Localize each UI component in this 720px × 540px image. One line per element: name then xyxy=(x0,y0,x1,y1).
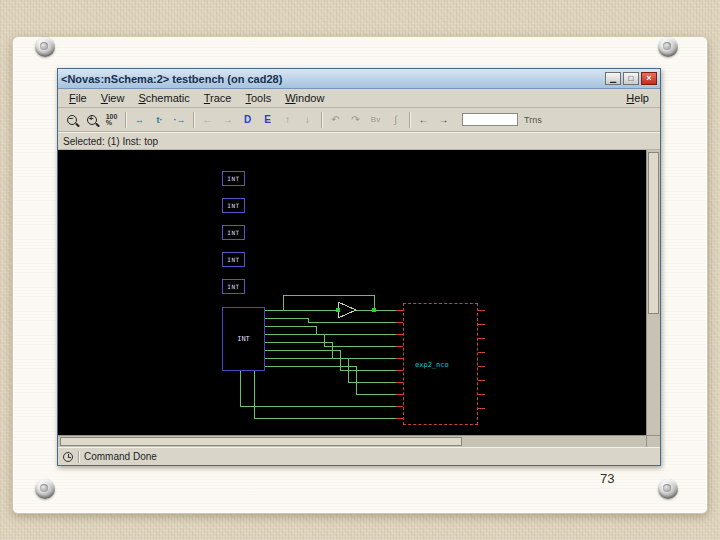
toolbar-separator xyxy=(125,112,126,128)
schematic-wires xyxy=(58,150,646,435)
module-label: exp2_nco xyxy=(415,361,449,369)
screw-decoration xyxy=(35,479,55,499)
move-down-icon[interactable]: ↓ xyxy=(298,111,317,129)
schematic-forward-icon[interactable]: → xyxy=(218,111,237,129)
toolbar-separator xyxy=(321,112,322,128)
instance-box-small[interactable]: INT xyxy=(222,252,245,267)
canvas-row: INT INT INT INT INT INT exp2_nco xyxy=(58,150,660,435)
horizontal-scrollbar-thumb[interactable] xyxy=(60,437,462,446)
selection-status-text: Selected: (1) Inst: top xyxy=(63,136,158,147)
page-number: 73 xyxy=(600,471,614,486)
statusbar-separator xyxy=(78,451,79,463)
menu-trace[interactable]: Trace xyxy=(197,91,239,105)
move-up-icon[interactable]: ↑ xyxy=(278,111,297,129)
menu-bar: File View Schematic Trace Tools Window H… xyxy=(58,89,660,108)
menu-schematic[interactable]: Schematic xyxy=(131,91,196,105)
minimize-button[interactable]: ▁ xyxy=(605,72,621,85)
close-button[interactable]: × xyxy=(641,72,657,85)
module-box-exp2-nco[interactable]: exp2_nco xyxy=(403,303,478,425)
schematic-canvas[interactable]: INT INT INT INT INT INT exp2_nco xyxy=(58,150,646,435)
nschema-window: <Novas:nSchema:2> testbench (on cad28) ▁… xyxy=(57,68,661,466)
status-bar-text: Command Done xyxy=(84,451,157,462)
trace-time-icon[interactable]: t· xyxy=(150,111,169,129)
title-bar[interactable]: <Novas:nSchema:2> testbench (on cad28) ▁… xyxy=(58,69,660,89)
scrollbar-corner xyxy=(646,435,660,447)
menu-view[interactable]: View xyxy=(94,91,132,105)
menu-tools[interactable]: Tools xyxy=(239,91,279,105)
selection-status-row: Selected: (1) Inst: top xyxy=(58,132,660,150)
window-title: <Novas:nSchema:2> testbench (on cad28) xyxy=(61,73,603,85)
menu-file[interactable]: File xyxy=(62,91,94,105)
menu-window[interactable]: Window xyxy=(278,91,331,105)
zoom-unit: % xyxy=(106,120,112,126)
module-pins-left xyxy=(396,310,403,418)
find-input[interactable] xyxy=(462,113,518,126)
vertical-scrollbar[interactable] xyxy=(646,150,660,435)
instance-box-small[interactable]: INT xyxy=(222,198,245,213)
toolbar: − + 100 % ↔ t· ·→ ← → D E ↑ ↓ ↶ ↷ Bv ∫ ←… xyxy=(58,108,660,132)
zoom-out-icon[interactable]: − xyxy=(62,111,81,129)
status-bar: Command Done xyxy=(58,447,660,465)
bus-view-icon[interactable]: Bv xyxy=(366,111,385,129)
zoom-fit-icon[interactable]: 100 % xyxy=(102,111,121,129)
screw-decoration xyxy=(658,37,678,57)
hscroll-row xyxy=(58,435,660,447)
zoom-in-icon[interactable]: + xyxy=(82,111,101,129)
prev-page-icon[interactable]: ← xyxy=(414,111,433,129)
instance-box-small[interactable]: INT xyxy=(222,171,245,186)
instance-box-small[interactable]: INT xyxy=(222,225,245,240)
next-page-icon[interactable]: → xyxy=(434,111,453,129)
show-load-icon[interactable]: E xyxy=(258,111,277,129)
show-driver-icon[interactable]: D xyxy=(238,111,257,129)
menu-help[interactable]: Help xyxy=(619,91,656,105)
presentation-slide: { "slide": { "page_number": "73" }, "win… xyxy=(0,0,720,540)
undo-icon[interactable]: ↶ xyxy=(326,111,345,129)
waveform-icon[interactable]: ∫ xyxy=(386,111,405,129)
vertical-scrollbar-thumb[interactable] xyxy=(648,152,659,314)
horizontal-scrollbar[interactable] xyxy=(58,435,646,447)
trace-connectivity-icon[interactable]: ↔ xyxy=(130,111,149,129)
toolbar-separator xyxy=(193,112,194,128)
screw-decoration xyxy=(658,479,678,499)
toolbar-separator xyxy=(409,112,410,128)
clock-icon xyxy=(63,452,73,462)
redo-icon[interactable]: ↷ xyxy=(346,111,365,129)
instance-box-small[interactable]: INT xyxy=(222,279,245,294)
maximize-button[interactable]: □ xyxy=(623,72,639,85)
find-label: Trns xyxy=(524,115,542,125)
schematic-back-icon[interactable]: ← xyxy=(198,111,217,129)
screw-decoration xyxy=(35,37,55,57)
instance-box-main[interactable]: INT xyxy=(222,307,265,371)
module-pins-right xyxy=(478,310,485,408)
buffer-gate xyxy=(338,302,356,318)
trace-driver-icon[interactable]: ·→ xyxy=(170,111,189,129)
